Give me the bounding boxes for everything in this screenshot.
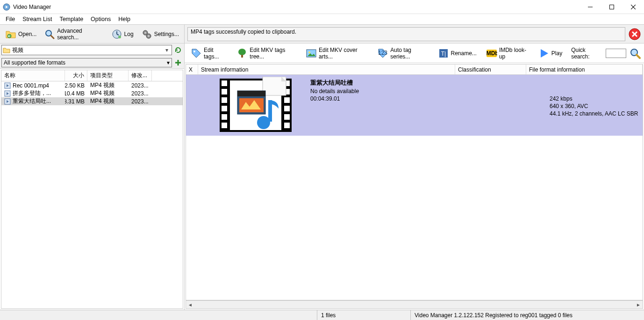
stream-title: 重紫大结局吐槽 [310,79,469,87]
file-list-header: 名称 大小 项目类型 修改... [1,70,183,81]
imdb-button[interactable]: IMDb IMDb look-up [483,46,532,61]
stream-thumbnail [206,77,306,134]
status-bar: 1 files Video Manager 1.2.122.152 Regist… [0,310,644,320]
left-panel: Open... Advanced search... Log Settings.… [0,25,185,310]
auto-tag-button[interactable]: 123 Auto tag series... [374,46,431,61]
stream-row[interactable]: 重紫大结局吐槽 No details available 00:04:39.01… [186,75,643,136]
col-type[interactable]: 项目类型 [87,70,129,81]
quick-search-input[interactable] [606,49,626,58]
horizontal-scrollbar[interactable]: ◄ ► [186,300,643,309]
play-label: Play [551,50,562,57]
svg-rect-48 [284,123,290,128]
advanced-search-button[interactable]: Advanced search... [41,27,107,42]
svg-rect-41 [222,114,227,120]
maximize-button[interactable] [601,0,623,14]
stream-header: X Stream information Classification File… [186,65,643,75]
tree-icon [236,48,248,59]
svg-line-7 [51,36,54,38]
rename-icon: T| [438,48,449,59]
stream-details: No details available [310,88,469,95]
menu-options[interactable]: Options [87,15,114,23]
auto-tag-label: Auto tag series... [390,47,428,60]
col-classification[interactable]: Classification [455,65,526,74]
svg-rect-40 [222,106,227,111]
menu-template[interactable]: Template [56,15,87,23]
right-panel: MP4 tags successfully copied to clipboar… [185,25,644,310]
col-stream-info[interactable]: Stream information [198,65,455,74]
svg-rect-52 [237,91,265,96]
window-title: Video Manager [13,4,51,10]
stream-duration: 00:04:39.01 [310,95,469,102]
edit-mkv-tree-button[interactable]: Edit MKV tags tree... [233,46,300,61]
status-version: Video Manager 1.2.122.152 Registered to … [410,310,644,320]
file-size: 2.50 KB [65,82,87,89]
app-icon [3,3,10,11]
close-button[interactable] [623,0,644,14]
menu-help[interactable]: Help [114,15,134,23]
chevron-down-icon: ▾ [163,46,171,54]
file-row[interactable]: 拼多多登陆，...10.4 MBMP4 视频2023... [1,89,183,97]
svg-point-11 [118,36,121,38]
stream-resolution: 640 x 360, AVC [550,103,640,109]
open-button[interactable]: Open... [2,27,40,42]
add-filter-button[interactable] [173,58,183,67]
quick-search-button[interactable] [629,47,641,60]
filter-row: All supported file formats ▾ [0,57,184,69]
status-row: MP4 tags successfully copied to clipboar… [185,25,644,44]
col-file-format[interactable]: File format information [526,65,643,74]
stream-bitrate: 242 kbps [550,95,640,102]
edit-tags-button[interactable]: Edit tags... [187,46,230,61]
quick-search-label: Quick search: [571,47,603,60]
cover-art-icon [306,48,317,59]
status-file-count: 1 files [317,310,410,320]
stream-format-info: 242 kbps 640 x 360, AVC 44.1 kHz, 2 chan… [550,77,640,117]
edit-mkv-cover-button[interactable]: Edit MKV cover arts... [302,46,371,61]
rename-button[interactable]: T| Rename... [435,46,480,61]
menu-file[interactable]: File [2,15,19,23]
status-empty [0,310,317,320]
minimize-button[interactable] [580,0,601,14]
col-name[interactable]: 名称 [1,70,65,81]
svg-point-54 [257,116,270,129]
scroll-right-icon[interactable]: ► [634,301,643,308]
file-list[interactable]: 名称 大小 项目类型 修改... Rec 0001.mp42.50 KBMP4 … [1,70,183,309]
file-name: 重紫大结局吐... [13,97,51,105]
svg-point-24 [193,51,195,52]
video-file-icon [4,90,11,97]
right-toolbar: Edit tags... Edit MKV tags tree... Edit … [185,44,644,63]
log-button[interactable]: Log [108,27,137,42]
stream-body[interactable]: 重紫大结局吐槽 No details available 00:04:39.01… [186,75,643,300]
col-x[interactable]: X [186,65,198,74]
col-date[interactable]: 修改... [129,70,152,81]
scroll-left-icon[interactable]: ◄ [186,301,194,308]
edit-mkv-tree-label: Edit MKV tags tree... [250,47,296,60]
file-date: 2023... [129,90,152,97]
dismiss-status-button[interactable] [628,28,641,41]
menu-stream-list[interactable]: Stream List [19,15,56,23]
col-size[interactable]: 大小 [65,70,87,81]
edit-mkv-cover-label: Edit MKV cover arts... [319,47,368,60]
filter-combobox[interactable]: All supported file formats ▾ [1,58,172,67]
auto-tag-icon: 123 [377,48,388,59]
play-button[interactable]: Play [535,46,565,61]
file-type: MP4 视频 [87,81,129,89]
svg-rect-45 [284,97,290,103]
refresh-button[interactable] [173,45,183,55]
stream-audio: 44.1 kHz, 2 channels, AAC LC SBR [550,110,640,117]
status-message: MP4 tags successfully copied to clipboar… [191,29,296,35]
video-file-icon [4,98,11,105]
log-icon [111,29,122,40]
folder-icon [3,46,10,54]
open-label: Open... [18,31,36,37]
svg-rect-46 [284,106,290,111]
svg-rect-47 [284,114,290,120]
file-type: MP4 视频 [87,97,129,105]
file-row[interactable]: 重紫大结局吐...8.31 MBMP4 视频2023... [1,97,183,105]
svg-text:IMDb: IMDb [486,50,497,57]
file-size: 8.31 MB [65,98,87,105]
path-combobox[interactable]: 视频 ▾ [1,45,172,55]
file-row[interactable]: Rec 0001.mp42.50 KBMP4 视频2023... [1,81,183,89]
settings-button[interactable]: Settings... [138,27,182,42]
settings-label: Settings... [154,31,179,37]
svg-point-13 [144,32,146,34]
